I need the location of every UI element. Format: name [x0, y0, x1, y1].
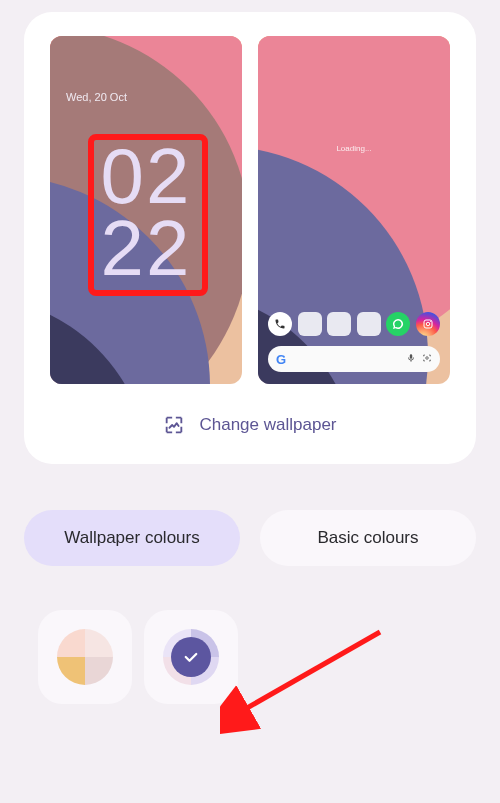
change-wallpaper-label: Change wallpaper [199, 415, 336, 435]
dock-whatsapp-app [386, 312, 410, 336]
mic-icon [406, 353, 416, 365]
colour-swatch-2-selected[interactable] [144, 610, 238, 704]
svg-point-3 [426, 357, 429, 360]
dock-phone-app [268, 312, 292, 336]
dock-folder-1 [298, 312, 322, 336]
homescreen-preview[interactable]: Loading... G [258, 36, 450, 384]
check-icon [182, 648, 200, 666]
tab-basic-colours[interactable]: Basic colours [260, 510, 476, 566]
preview-row: Wed, 20 Oct 02 22 Loading... [46, 36, 454, 384]
swatch-preview-icon [57, 629, 113, 685]
selected-check-badge [171, 637, 211, 677]
homescreen-searchbar: G [268, 346, 440, 372]
colour-swatch-1[interactable] [38, 610, 132, 704]
dock-folder-3 [357, 312, 381, 336]
wallpaper-preview-card: Wed, 20 Oct 02 22 Loading... [24, 12, 476, 464]
dock-folder-2 [327, 312, 351, 336]
instagram-icon [422, 318, 434, 330]
lockscreen-hour: 02 [101, 141, 192, 213]
lens-icon [422, 353, 432, 365]
lockscreen-time: 02 22 [101, 141, 192, 285]
phone-icon [274, 318, 286, 330]
homescreen-widget-loading: Loading... [258, 144, 450, 153]
change-wallpaper-button[interactable]: Change wallpaper [46, 414, 454, 436]
change-wallpaper-icon [163, 414, 185, 436]
tab-label: Basic colours [317, 528, 418, 548]
svg-point-2 [430, 321, 431, 322]
tab-label: Wallpaper colours [64, 528, 199, 548]
homescreen-dock [268, 312, 440, 336]
colour-source-tabs: Wallpaper colours Basic colours [24, 510, 476, 566]
whatsapp-icon [392, 318, 404, 330]
lockscreen-preview[interactable]: Wed, 20 Oct 02 22 [50, 36, 242, 384]
svg-point-1 [426, 322, 430, 326]
tab-wallpaper-colours[interactable]: Wallpaper colours [24, 510, 240, 566]
google-g-icon: G [276, 352, 286, 367]
lockscreen-date: Wed, 20 Oct [66, 91, 127, 103]
colour-swatch-row [38, 610, 500, 704]
lockscreen-minute: 22 [101, 213, 192, 285]
dock-instagram-app [416, 312, 440, 336]
